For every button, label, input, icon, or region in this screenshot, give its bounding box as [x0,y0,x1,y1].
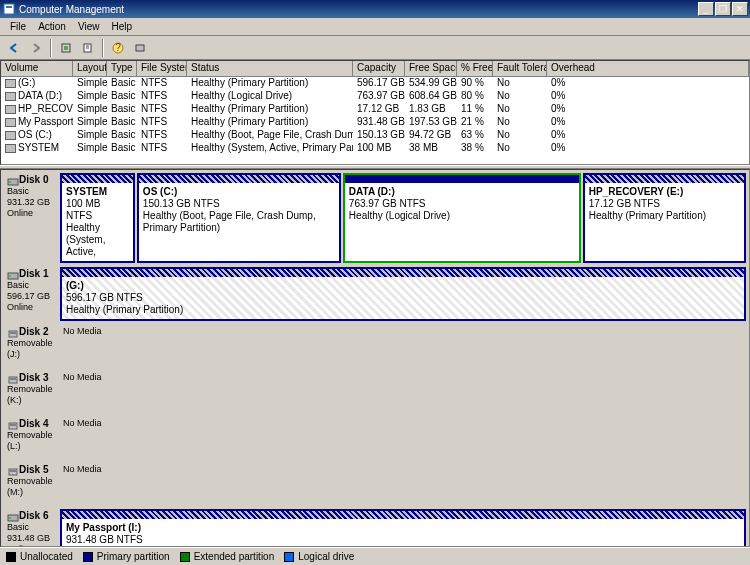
disk-row: Disk 3Removable (K:)No Media [3,370,747,414]
svg-text:?: ? [115,42,121,53]
menu-help[interactable]: Help [105,19,138,34]
cell-pct: 21 % [457,116,493,129]
cell-name: HP_RECOVERY (E:) [1,103,73,116]
col-layout[interactable]: Layout [73,61,107,77]
cell-cap: 596.17 GB [353,77,405,90]
svg-point-23 [9,517,11,519]
col-capacity[interactable]: Capacity [353,61,405,77]
col-type[interactable]: Type [107,61,137,77]
maximize-button[interactable]: ❐ [715,2,731,16]
volume-row[interactable]: OS (C:)SimpleBasicNTFSHealthy (Boot, Pag… [1,129,749,142]
drive-icon [5,79,16,88]
cell-fault: No [493,116,547,129]
cell-status: Healthy (Primary Partition) [187,116,353,129]
svg-rect-3 [64,46,68,50]
menu-view[interactable]: View [72,19,106,34]
legend-extended-swatch [180,552,190,562]
col-overhead[interactable]: Overhead [547,61,749,77]
cell-status: Healthy (Boot, Page File, Crash Dump, Pr… [187,129,353,142]
volume-row[interactable]: My Passport (I:)SimpleBasicNTFSHealthy (… [1,116,749,129]
volume-row[interactable]: HP_RECOVERY (E:)SimpleBasicNTFSHealthy (… [1,103,749,116]
disk-row: Disk 4Removable (L:)No Media [3,416,747,460]
properties-button[interactable] [78,38,98,58]
back-button[interactable] [4,38,24,58]
volume-list[interactable]: Volume Layout Type File System Status Ca… [0,60,750,165]
svg-rect-1 [6,6,12,8]
volume-row[interactable]: DATA (D:)SimpleBasicNTFSHealthy (Logical… [1,90,749,103]
svg-rect-19 [10,424,16,426]
partition[interactable]: (G:)596.17 GB NTFSHealthy (Primary Parti… [60,267,746,321]
disk-row: Disk 6Basic931.48 GBOnlineMy Passport (I… [3,508,747,547]
cell-type: Basic [107,103,137,116]
disk-label[interactable]: Disk 0Basic931.32 GBOnline [3,172,59,264]
cell-fs: NTFS [137,129,187,142]
cell-pct: 63 % [457,129,493,142]
no-media: No Media [59,370,747,384]
partition[interactable]: SYSTEM100 MB NTFSHealthy (System, Active… [60,173,135,263]
cell-type: Basic [107,90,137,103]
cell-type: Basic [107,116,137,129]
svg-point-11 [9,181,11,183]
cell-cap: 100 MB [353,142,405,155]
drive-icon [5,92,16,101]
disk-label[interactable]: Disk 5Removable (M:) [3,462,59,506]
cell-layout: Simple [73,103,107,116]
menu-file[interactable]: File [4,19,32,34]
cell-free: 38 MB [405,142,457,155]
cell-ov: 0% [547,129,749,142]
col-volume[interactable]: Volume [1,61,73,77]
cell-ov: 0% [547,90,749,103]
disk-row: Disk 2Removable (J:)No Media [3,324,747,368]
no-media: No Media [59,462,747,476]
cell-name: SYSTEM [1,142,73,155]
col-pctfree[interactable]: % Free [457,61,493,77]
partition[interactable]: DATA (D:)763.97 GB NTFSHealthy (Logical … [343,173,581,263]
drive-icon [5,131,16,140]
refresh-button[interactable] [56,38,76,58]
col-status[interactable]: Status [187,61,353,77]
cell-layout: Simple [73,116,107,129]
menu-bar: File Action View Help [0,18,750,36]
settings-button[interactable] [130,38,150,58]
legend: Unallocated Primary partition Extended p… [0,547,750,565]
cell-free: 1.83 GB [405,103,457,116]
help-button[interactable]: ? [108,38,128,58]
disk-label[interactable]: Disk 4Removable (L:) [3,416,59,460]
app-icon [2,2,16,16]
cell-fs: NTFS [137,90,187,103]
col-fault[interactable]: Fault Tolerance [493,61,547,77]
window-title: Computer Management [19,4,698,15]
col-free[interactable]: Free Space [405,61,457,77]
legend-primary-swatch [83,552,93,562]
partition[interactable]: My Passport (I:)931.48 GB NTFSHealthy (P… [60,509,746,547]
disk-partitions: My Passport (I:)931.48 GB NTFSHealthy (P… [59,508,747,547]
cell-cap: 17.12 GB [353,103,405,116]
cell-name: (G:) [1,77,73,90]
disk-map[interactable]: Disk 0Basic931.32 GBOnlineSYSTEM100 MB N… [0,169,750,547]
forward-button[interactable] [26,38,46,58]
cell-free: 94.72 GB [405,129,457,142]
disk-label[interactable]: Disk 1Basic596.17 GBOnline [3,266,59,322]
menu-action[interactable]: Action [32,19,72,34]
volume-row[interactable]: SYSTEMSimpleBasicNTFSHealthy (System, Ac… [1,142,749,155]
minimize-button[interactable]: _ [698,2,714,16]
cell-layout: Simple [73,142,107,155]
volume-row[interactable]: (G:)SimpleBasicNTFSHealthy (Primary Part… [1,77,749,90]
disk-label[interactable]: Disk 2Removable (J:) [3,324,59,368]
disk-label[interactable]: Disk 3Removable (K:) [3,370,59,414]
svg-rect-9 [136,45,144,51]
cell-pct: 38 % [457,142,493,155]
disk-icon [7,270,17,280]
partition[interactable]: HP_RECOVERY (E:)17.12 GB NTFSHealthy (Pr… [583,173,746,263]
drive-icon [5,144,16,153]
cell-free: 534.99 GB [405,77,457,90]
disk-label[interactable]: Disk 6Basic931.48 GBOnline [3,508,59,547]
partition[interactable]: OS (C:)150.13 GB NTFSHealthy (Boot, Page… [137,173,341,263]
disk-partitions: (G:)596.17 GB NTFSHealthy (Primary Parti… [59,266,747,322]
cell-name: My Passport (I:) [1,116,73,129]
col-fs[interactable]: File System [137,61,187,77]
cell-name: OS (C:) [1,129,73,142]
legend-primary: Primary partition [97,551,170,562]
disk-icon [7,420,17,430]
close-button[interactable]: ✕ [732,2,748,16]
